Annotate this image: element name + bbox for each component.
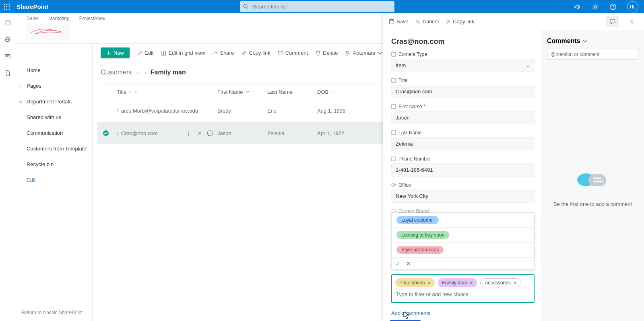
delete-cmd[interactable]: Delete xyxy=(315,50,338,56)
first-name-input[interactable]: Jason xyxy=(391,111,535,124)
suite-bar: SharePoint HL xyxy=(0,0,644,13)
site-nav: Home Pages Department Portals Shared wit… xyxy=(15,44,93,321)
panel-comments-toggle[interactable] xyxy=(606,16,619,27)
office-input[interactable]: New York City xyxy=(391,189,535,203)
add-attachments-link[interactable]: Add attachments xyxy=(391,310,535,316)
panel-copylink-cmd[interactable]: Copy link xyxy=(445,19,474,25)
svg-point-6 xyxy=(4,8,5,10)
tag-editor[interactable]: Price driven✕ Family man✕ Accessories✕ xyxy=(391,274,535,303)
cancel-icon[interactable]: ✕ xyxy=(406,260,411,267)
panel-command-bar: Save Cancel Copy link xyxy=(383,13,644,30)
svg-point-3 xyxy=(4,6,5,7)
cell-title: Cras@non.com xyxy=(121,130,158,136)
phone-input[interactable]: 1-481-185-6401 xyxy=(391,163,535,177)
nav-dept-portals[interactable]: Department Portals xyxy=(15,94,92,109)
comments-heading: Comments xyxy=(547,37,638,45)
nav-recycle-bin[interactable]: Recycle bin xyxy=(15,156,92,172)
svg-rect-21 xyxy=(390,19,394,24)
automate-cmd[interactable]: Automate xyxy=(345,50,383,56)
help-icon[interactable] xyxy=(609,3,617,10)
gear-icon[interactable] xyxy=(592,3,599,10)
last-name-input[interactable]: Zelenia xyxy=(391,137,535,150)
cell-last: Eric xyxy=(267,108,317,114)
panel-close-icon[interactable] xyxy=(625,16,638,27)
hub-link-sales[interactable]: Sales xyxy=(27,16,39,21)
svg-rect-26 xyxy=(392,131,396,135)
col-last[interactable]: Last Name xyxy=(267,89,317,95)
comment-input[interactable]: @mention or comment xyxy=(547,49,638,60)
cell-dob: Apr 1, 1972 xyxy=(317,130,369,136)
row-share-icon[interactable]: ↗ xyxy=(197,130,201,136)
edit-cmd[interactable]: Edit xyxy=(137,50,153,56)
user-avatar[interactable]: HL xyxy=(627,1,638,12)
news-icon[interactable] xyxy=(4,53,11,60)
nav-home[interactable]: Home xyxy=(15,62,92,78)
megaphone-icon[interactable] xyxy=(574,3,581,10)
svg-point-8 xyxy=(8,8,10,10)
col-dob[interactable]: DOB xyxy=(317,89,369,95)
row-comment-icon[interactable]: 💬 xyxy=(207,130,213,136)
col-first[interactable]: First Name xyxy=(217,89,267,95)
chevron-right-icon: › xyxy=(144,70,146,76)
nav-edit-link[interactable]: Edit xyxy=(15,172,92,188)
item-panel: Save Cancel Copy link Cras@non.com Conte… xyxy=(383,13,644,321)
remove-tag-icon[interactable]: ✕ xyxy=(513,280,517,286)
hub-link-projectapex[interactable]: ProjectApex xyxy=(79,16,105,21)
label-last-name: Last Name xyxy=(391,130,535,136)
search-icon xyxy=(243,4,249,10)
nav-pages[interactable]: Pages xyxy=(15,78,92,94)
list-name[interactable]: Customers xyxy=(101,69,132,76)
remove-tag-icon[interactable]: ✕ xyxy=(427,280,431,286)
classic-link[interactable]: Return to classic SharePoint xyxy=(22,310,83,315)
tag-input[interactable] xyxy=(395,290,530,299)
brand-label[interactable]: SharePoint xyxy=(17,3,48,10)
share-cmd[interactable]: Share xyxy=(212,50,234,56)
app-launcher-icon[interactable] xyxy=(0,0,13,13)
grid-cmd[interactable]: Edit in grid view xyxy=(161,50,205,56)
chevron-down-icon[interactable] xyxy=(583,39,588,43)
panel-save-cmd[interactable]: Save xyxy=(389,19,409,25)
hub-link-marketing[interactable]: Marketing xyxy=(48,16,70,21)
svg-rect-24 xyxy=(392,78,396,82)
site-logo[interactable] xyxy=(26,23,70,40)
nav-shared[interactable]: Shared with us xyxy=(15,109,92,125)
col-title[interactable]: Title ↑ xyxy=(117,89,217,95)
chevron-down-icon: ⌄ xyxy=(526,62,530,68)
cell-last: Zelenia xyxy=(267,130,317,136)
nav-dept-label: Department Portals xyxy=(27,99,72,105)
svg-point-28 xyxy=(392,183,396,187)
nav-communication[interactable]: Communication xyxy=(15,125,92,141)
choice-option[interactable]: Loyal customer xyxy=(392,213,534,228)
favorite-icon[interactable]: ☆ xyxy=(136,70,140,76)
panel-cancel-cmd[interactable]: Cancel xyxy=(415,19,439,25)
nav-customers-template[interactable]: Customers from Template xyxy=(15,141,92,156)
title-input[interactable]: Cras@non.com xyxy=(391,85,535,98)
home-icon[interactable] xyxy=(4,19,11,26)
new-button[interactable]: New xyxy=(101,47,130,58)
svg-line-10 xyxy=(247,8,248,9)
search-input[interactable] xyxy=(252,3,391,10)
panel-heading: Cras@non.com xyxy=(391,37,535,46)
copylink-cmd[interactable]: Copy link xyxy=(241,50,270,56)
files-icon[interactable] xyxy=(4,70,11,77)
view-name[interactable]: Family man xyxy=(151,69,186,76)
label-title: Title xyxy=(391,78,535,83)
row-more-icon[interactable]: ⋮ xyxy=(186,130,191,136)
svg-point-29 xyxy=(392,209,396,213)
globe-icon[interactable] xyxy=(4,36,11,43)
nav-pages-label: Pages xyxy=(27,83,41,89)
label-current-brand: Current Brand xyxy=(391,208,535,214)
label-phone: Phone Number xyxy=(391,156,535,162)
chevron-down-icon xyxy=(19,84,23,88)
search-box[interactable] xyxy=(240,1,394,12)
remove-tag-icon[interactable]: ✕ xyxy=(469,280,473,286)
row-check-icon[interactable] xyxy=(103,130,109,136)
choice-option[interactable]: Looking to buy soon xyxy=(392,228,534,243)
comment-cmd[interactable]: Comment xyxy=(278,50,308,56)
svg-rect-22 xyxy=(390,19,392,21)
svg-point-0 xyxy=(4,4,5,5)
confirm-icon[interactable]: ✓ xyxy=(396,260,400,267)
content-type-select[interactable]: Item⌄ xyxy=(391,59,535,72)
svg-rect-27 xyxy=(392,157,396,161)
choice-option[interactable]: Style preferences xyxy=(392,243,534,257)
